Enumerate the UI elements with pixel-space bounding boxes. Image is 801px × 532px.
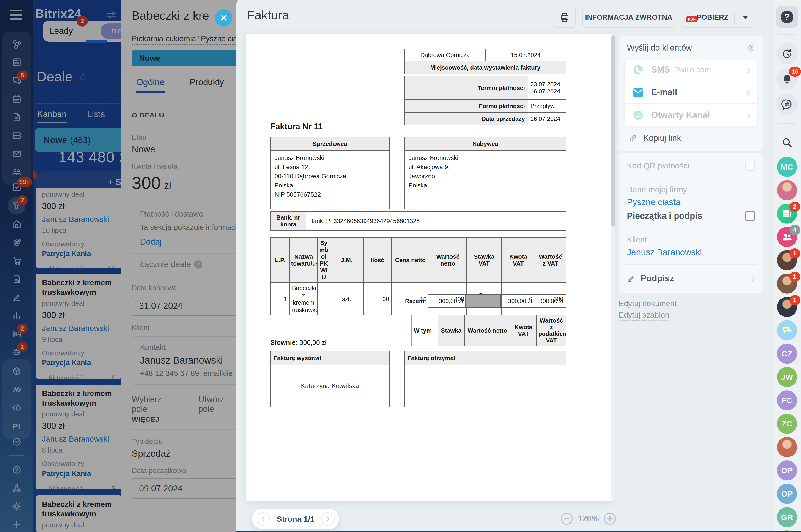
issued-by: Katarzyna Kowalska (271, 365, 389, 407)
items-header: Stawka VAT (467, 238, 502, 283)
messenger-icon[interactable] (777, 94, 798, 115)
notifications-icon[interactable]: 16 (777, 69, 798, 90)
next-page-button[interactable]: › (321, 512, 334, 526)
openchannel-icon (632, 109, 645, 122)
items-header: J.M. (330, 238, 363, 283)
avatar[interactable] (777, 180, 797, 200)
received-by (405, 365, 566, 407)
qr-label: Kod QR płatności (627, 161, 689, 170)
avatar[interactable]: 1 (777, 297, 797, 317)
channel-otwarty-kanał[interactable]: Otwarty Kanał› (624, 104, 758, 126)
zoom-in-button[interactable] (604, 513, 616, 525)
help-button[interactable]: ? (776, 6, 798, 28)
avatar-initials[interactable]: CZ (777, 344, 797, 364)
print-button[interactable] (554, 7, 576, 28)
avatar-initials[interactable]: FC (777, 390, 797, 411)
zoom-out-button[interactable] (561, 513, 573, 525)
pdf-icon: PDF (688, 11, 692, 24)
gear-icon[interactable] (746, 43, 755, 53)
avatar-initials[interactable]: ZC (777, 414, 797, 434)
download-button[interactable]: PDF POBIERZ (682, 7, 754, 28)
avatar-initials[interactable]: JW (777, 367, 797, 387)
company-label: Dane mojej firmy (627, 185, 755, 194)
notification-badge: 4 (789, 225, 800, 235)
notification-badge: 1 (789, 272, 800, 282)
page-indicator: Strona 1/1 (277, 515, 314, 524)
send-to-clients-card: Wyślij do klientów SMSTwilio.com›E-mail›… (619, 36, 763, 151)
avatar[interactable]: 1 (777, 250, 797, 270)
copy-link-button[interactable]: Kopiuj link (627, 133, 755, 143)
items-cell: 30 (363, 283, 392, 315)
notification-badge: 1 (789, 248, 800, 259)
party-header: Sprzedawca (271, 137, 389, 150)
pen-icon (627, 274, 636, 283)
close-icon[interactable]: ✕ (215, 9, 232, 26)
avatar-news-icon[interactable]: 2 (777, 204, 797, 224)
client-link[interactable]: Janusz Baranowski (627, 247, 755, 257)
avatar-initials[interactable]: GR (777, 507, 797, 527)
breakdown-header: Kwota VAT (510, 315, 536, 346)
edit-template-link[interactable]: Edytuj szablon (619, 310, 669, 321)
total-netto: 300,00 zł (428, 294, 466, 307)
received-header: Fakturę otrzymał (405, 351, 566, 365)
avatar-people-icon[interactable]: 4 (777, 227, 797, 247)
invoice-payment-value: Przepływ (528, 99, 566, 112)
invoice-document: Dąbrowa Górnicza15.07.2024Miejscowość, d… (246, 34, 612, 501)
send-panel-title: Wyślij do klientów (627, 43, 692, 53)
avatar[interactable]: 1 (777, 273, 797, 294)
total-label: Razem (389, 294, 428, 307)
invoice-received-box: Fakturę otrzymał (404, 351, 566, 407)
zoom-level: 120% (578, 514, 599, 524)
bottom-window-edge (236, 531, 801, 532)
invoice-buyer-table: NabywcaJanusz Bronowskiul. Akacjowa 9, J… (404, 137, 566, 209)
chevron-right-icon: › (747, 109, 751, 121)
history-icon[interactable] (777, 43, 798, 64)
stamp-checkbox[interactable] (745, 211, 755, 221)
edit-document-link[interactable]: Edytuj dokument (619, 299, 677, 309)
channel-sms[interactable]: SMSTwilio.com› (624, 59, 758, 81)
stamp-label: Pieczątka i podpis (627, 211, 702, 221)
avatar-initials[interactable]: OP (777, 484, 797, 504)
invoice-seller-table: SprzedawcaJanusz Bronowskiul. Leśna 12,0… (270, 137, 389, 209)
invoice-number-title: Faktura Nr 11 (270, 122, 323, 131)
bank-label: Bank, nr konta (271, 211, 306, 230)
items-cell: 1 (271, 283, 289, 315)
items-header: Cena netto (392, 238, 429, 283)
prev-page-button[interactable]: ‹ (257, 512, 270, 526)
sign-button[interactable]: Podpisz › (627, 271, 755, 285)
invoice-payment-value: 16.07.2024 (528, 112, 566, 125)
invoice-payment-table: Termin płatności23.07.202416.07.2024Form… (404, 76, 566, 126)
invoice-total-row: Razem300,00 zł300,00 zł300,00 zł (388, 294, 566, 308)
page-navigator: ‹ Strona 1/1 › (252, 509, 339, 529)
company-link[interactable]: Pyszne ciasta (627, 197, 755, 207)
channel-list: SMSTwilio.com›E-mail›Otwarty Kanał› (624, 59, 758, 126)
avatar-chat-icon[interactable] (777, 320, 797, 340)
channel-e-mail[interactable]: E-mail› (624, 81, 758, 104)
invoice-vat-breakdown: W tymStawkaWartość nettoKwota VATWartość… (411, 315, 566, 346)
total-brutto: 300,00 zł (535, 294, 566, 307)
items-header: Ilość (363, 238, 392, 283)
items-header: Kwota VAT (502, 238, 535, 283)
modal-title: Faktura (247, 8, 289, 22)
items-cell (317, 283, 330, 315)
invoice-issue-date: 15.07.2024 (486, 49, 566, 61)
right-toolbar: ? 16MC24111CZJWFCZCOPOPGROP (772, 0, 801, 532)
invoice-payment-label: Data sprzedaży (405, 112, 528, 125)
chevron-down-icon[interactable] (742, 16, 748, 19)
scrollbar-thumb[interactable] (611, 36, 615, 227)
items-cell: szt. (330, 283, 363, 315)
search-icon[interactable] (777, 132, 798, 153)
bank-value: Bank, PL33248066394936429456801328 (306, 211, 566, 230)
email-icon (632, 86, 645, 99)
avatar[interactable] (777, 437, 797, 457)
total-vat: 300,00 zł (500, 294, 534, 307)
feedback-button[interactable]: INFORMACJA ZWROTNA (582, 7, 675, 28)
invoice-payment-label: Forma płatności (405, 99, 528, 112)
invoice-bank-table: Bank, nr kontaBank, PL332480663949364294… (270, 211, 566, 231)
qr-checkbox[interactable] (745, 161, 755, 171)
invoice-modal: Faktura INFORMACJA ZWROTNA PDF POBIERZ D… (236, 0, 772, 532)
avatar-initials[interactable]: OP (777, 460, 797, 480)
smsphone-icon (632, 63, 645, 76)
items-header: Wartość z VAT (535, 238, 566, 283)
avatar-initials[interactable]: MC (777, 157, 797, 177)
